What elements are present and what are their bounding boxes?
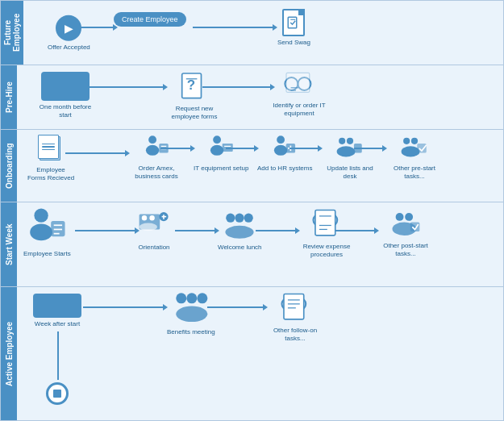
welcome-lunch-icon (223, 209, 256, 241)
checklist-icon (286, 15, 301, 30)
employee-starts-task: Employee Starts (23, 206, 71, 258)
svg-point-64 (176, 306, 207, 323)
svg-point-41 (149, 215, 154, 220)
lane-future-employee: Future Employee ▶ Offer Accepted Create … (1, 1, 503, 65)
benefits-icon (173, 290, 209, 326)
people-icon-5 (400, 133, 429, 162)
benefits-task: Benefits meeting (167, 290, 215, 336)
forms-stack-icon (38, 135, 64, 164)
arrow-sw4 (335, 230, 375, 231)
one-month-label: One month before start (33, 103, 98, 119)
arrow-forms (65, 152, 126, 154)
svg-point-11 (148, 135, 156, 144)
svg-point-40 (142, 215, 147, 220)
orientation-icon (138, 209, 170, 241)
process-diagram: Future Employee ▶ Offer Accepted Create … (0, 0, 504, 421)
followon-icon (280, 290, 310, 324)
post-start-label: Other post-start tasks... (377, 242, 434, 257)
lane-prehire: Pre-Hire One month before start ? Reques… (1, 65, 503, 130)
svg-text:?: ? (187, 77, 195, 93)
lane-startweek: Start Week Employee Starts (1, 202, 503, 287)
svg-rect-8 (286, 73, 310, 92)
doc-line-2 (42, 146, 55, 148)
forms-received-task: Employee Forms Recieved (27, 135, 75, 181)
large-person-icon (26, 206, 68, 248)
svg-point-25 (339, 138, 345, 144)
arrow-active-h (83, 306, 164, 308)
lane-content-active: Week after start Benefits meeti (17, 287, 503, 420)
arrow-2 (193, 27, 273, 28)
svg-point-20 (277, 135, 285, 144)
orientation-task: Orientation (138, 209, 170, 252)
lane-label-prehire: Pre-Hire (1, 65, 17, 129)
milestone-box (41, 72, 90, 101)
post-start-task: Other post-start tasks... (377, 209, 434, 257)
svg-point-61 (176, 293, 186, 303)
followon-label: Other follow-on tasks... (267, 327, 323, 342)
it-setup-task: IT equipment setup (194, 133, 248, 173)
svg-point-42 (140, 223, 157, 231)
lane-content-onboarding: Employee Forms Recieved Order Amex, busi… (17, 130, 503, 202)
svg-point-34 (31, 224, 53, 241)
lane-onboarding: Onboarding Employee Forms Recieved (1, 130, 503, 202)
doc-line-1 (42, 144, 55, 145)
start-event: ▶ Offer Accepted (48, 15, 90, 51)
update-lists-task: Update lists and desk (322, 133, 378, 180)
svg-point-48 (244, 214, 253, 223)
pre-start-label: Other pre-start tasks... (386, 165, 443, 180)
arrow-down-active (57, 331, 59, 380)
employee-starts-label: Employee Starts (23, 250, 71, 258)
svg-point-62 (186, 293, 197, 303)
create-employee-task: Create Employee (114, 12, 186, 27)
create-employee-btn[interactable]: Create Employee (114, 12, 186, 27)
request-forms-label: Request new employee forms (166, 105, 223, 120)
expense-icon (311, 206, 342, 240)
arrow-to-it (202, 86, 271, 88)
send-swag-icon (282, 9, 305, 36)
svg-point-57 (396, 213, 404, 221)
svg-point-30 (411, 138, 418, 144)
arrow-prehire (83, 86, 164, 88)
svg-point-46 (226, 214, 235, 223)
doc-front (38, 135, 59, 159)
lane-content-prehire: One month before start ? Request new emp… (17, 65, 503, 129)
arrow-ob2 (160, 148, 191, 149)
svg-point-17 (210, 145, 223, 156)
send-swag-label: Send Swag (277, 39, 310, 47)
svg-point-47 (235, 214, 244, 223)
arrow-ob3 (226, 148, 255, 149)
add-hr-task: Add to HR systems (257, 133, 312, 173)
svg-point-33 (35, 208, 48, 222)
lane-label-onboarding: Onboarding (1, 130, 17, 202)
stop-icon (46, 382, 69, 405)
svg-rect-0 (289, 17, 298, 28)
week-after-label: Week after start (35, 320, 80, 328)
svg-point-12 (146, 145, 159, 156)
order-amex-label: Order Amex, business cards (128, 165, 185, 180)
review-expense-label: Review expense procedures (298, 243, 355, 258)
arrow-sw3 (256, 230, 296, 231)
svg-point-31 (402, 146, 420, 156)
week-after-task: Week after start (33, 294, 81, 328)
welcome-lunch-label: Welcome lunch (218, 244, 262, 252)
svg-rect-53 (315, 210, 335, 235)
lane-label-startweek: Start Week (1, 202, 17, 286)
offer-accepted-label: Offer Accepted (48, 43, 90, 51)
svg-point-26 (347, 138, 353, 144)
arrow-ob5 (354, 148, 383, 149)
arrow-1 (75, 27, 114, 28)
svg-point-49 (226, 226, 254, 239)
forms-received-label: Employee Forms Recieved (27, 166, 75, 181)
followon-task: Other follow-on tasks... (267, 290, 323, 342)
send-swag-task: Send Swag (277, 9, 310, 47)
stop-square (53, 390, 61, 398)
pre-start-task: Other pre-start tasks... (386, 133, 443, 180)
update-lists-label: Update lists and desk (322, 165, 378, 180)
svg-point-58 (405, 213, 413, 221)
arrow-active2 (207, 306, 264, 308)
orientation-label: Orientation (138, 244, 169, 252)
lane-content-future: ▶ Offer Accepted Create Employee (23, 1, 503, 65)
identify-it-task: Identify or order IT equipment (271, 69, 327, 117)
order-amex-task: Order Amex, business cards (128, 133, 185, 180)
arrow-sw1 (75, 230, 135, 231)
